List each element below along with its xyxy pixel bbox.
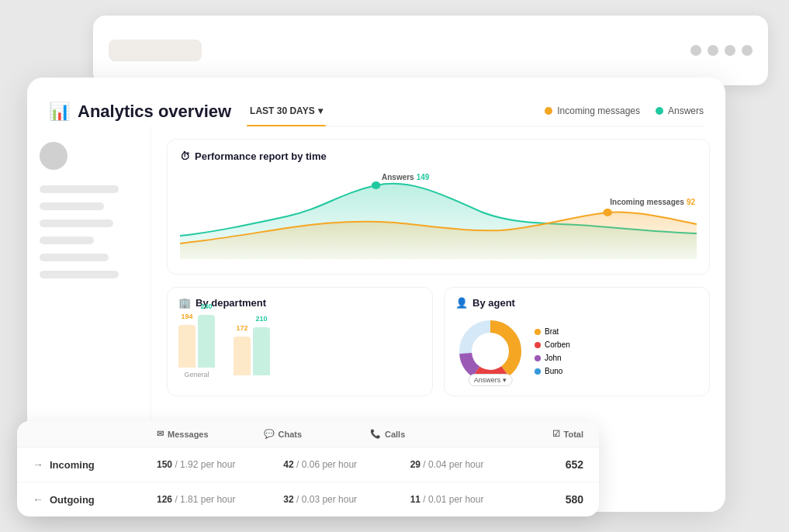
outgoing-calls-cell: 11 / 0.01 per hour bbox=[410, 494, 537, 505]
corben-label: Corben bbox=[545, 340, 570, 349]
chevron-down-icon: ▾ bbox=[503, 376, 507, 384]
incoming-peak-dot bbox=[603, 209, 611, 216]
answers-label: Answers bbox=[668, 105, 704, 116]
incoming-calls-cell: 29 / 0.04 per hour bbox=[410, 459, 537, 470]
incoming-chart-label: Incoming messages 92 bbox=[610, 198, 695, 206]
outgoing-arrow: ← bbox=[33, 493, 43, 506]
table-header: ✉ Messages 💬 Chats 📞 Calls ☑ Total bbox=[17, 421, 599, 447]
by-department-section: 🏢 By department 194 bbox=[167, 287, 433, 396]
browser-circle-3 bbox=[725, 45, 735, 56]
browser-controls bbox=[690, 45, 753, 56]
outgoing-total-cell: 580 bbox=[537, 493, 583, 506]
bar-orange-2-label: 172 bbox=[236, 324, 247, 332]
agent-content: Answers ▾ Brat bbox=[455, 316, 698, 386]
legend-answers: Answers bbox=[656, 105, 704, 116]
th-total: ☑ Total bbox=[477, 429, 584, 439]
analytics-icon: 📊 bbox=[49, 102, 70, 122]
calls-icon: 📞 bbox=[370, 429, 381, 439]
total-icon: ☑ bbox=[552, 429, 560, 439]
avatar bbox=[40, 142, 67, 170]
incoming-messages-cell: 150 / 1.92 per hour bbox=[157, 459, 283, 470]
john-dot bbox=[535, 355, 541, 361]
incoming-total-cell: 652 bbox=[537, 458, 583, 471]
bar-pair-1: 194 240 bbox=[178, 315, 215, 368]
chats-icon: 💬 bbox=[264, 429, 275, 439]
incoming-chats-cell: 42 / 0.06 per hour bbox=[283, 459, 410, 470]
bar-pair-2: 172 210 bbox=[234, 327, 270, 375]
tabs-legend-area: LAST 30 DAYS ▾ Incoming messages Answers bbox=[247, 96, 704, 126]
clock-icon: ⏱ bbox=[180, 150, 190, 162]
table-row-incoming: → Incoming 150 / 1.92 per hour 42 / 0.06… bbox=[17, 447, 599, 482]
agent-icon: 👤 bbox=[455, 297, 468, 309]
outgoing-chats-cell: 32 / 0.03 per hour bbox=[283, 494, 410, 505]
agent-item-john: John bbox=[535, 354, 570, 362]
sidebar-line-3 bbox=[40, 219, 113, 227]
bar-green-2: 210 bbox=[253, 327, 270, 375]
answers-peak-dot bbox=[372, 181, 380, 189]
bar-green-1-label: 240 bbox=[200, 302, 212, 310]
background-browser-card bbox=[93, 16, 768, 85]
sidebar-line-2 bbox=[40, 202, 104, 210]
tab-last-30-days[interactable]: LAST 30 DAYS ▾ bbox=[247, 96, 326, 126]
bar-green-1: 240 bbox=[198, 315, 215, 368]
card-header: 📊 Analytics overview LAST 30 DAYS ▾ Inco… bbox=[27, 78, 725, 126]
incoming-label: Incoming messages bbox=[557, 105, 640, 116]
dept-title: 🏢 By department bbox=[178, 297, 421, 309]
legend-incoming: Incoming messages bbox=[545, 105, 640, 116]
sidebar-line-5 bbox=[40, 254, 109, 261]
browser-circle-2 bbox=[708, 45, 718, 56]
answers-chart-label: Answers 149 bbox=[382, 173, 429, 181]
dept-icon: 🏢 bbox=[178, 297, 191, 309]
sidebar-line-6 bbox=[40, 271, 119, 278]
buno-dot bbox=[535, 368, 541, 375]
bar-green-1-wrap: 240 bbox=[198, 315, 215, 368]
donut-chart: Answers ▾ bbox=[455, 316, 525, 386]
performance-chart: Answers 149 Incoming messages 92 bbox=[180, 170, 697, 263]
bar-orange-1-label: 194 bbox=[181, 313, 192, 320]
th-calls: 📞 Calls bbox=[370, 429, 477, 439]
corben-dot bbox=[535, 342, 541, 348]
th-empty bbox=[33, 429, 157, 439]
dept-bar-chart: 194 240 General bbox=[178, 316, 421, 378]
agent-legend: Brat Corben John bbox=[535, 316, 570, 386]
chart-legend: Incoming messages Answers bbox=[545, 105, 704, 116]
sidebar-line-1 bbox=[40, 185, 119, 193]
url-bar bbox=[109, 40, 202, 61]
agent-title: 👤 By agent bbox=[455, 297, 698, 309]
bar-orange-1-wrap: 194 bbox=[178, 325, 196, 368]
agent-item-brat: Brat bbox=[535, 327, 570, 336]
outgoing-messages-cell: 126 / 1.81 per hour bbox=[157, 494, 283, 505]
brat-label: Brat bbox=[545, 327, 559, 336]
dept-group-1: 194 240 General bbox=[178, 315, 215, 378]
donut-dropdown[interactable]: Answers ▾ bbox=[469, 374, 513, 386]
agent-item-buno: Buno bbox=[535, 367, 570, 375]
browser-circle-4 bbox=[742, 45, 753, 56]
incoming-dot bbox=[545, 107, 552, 115]
agent-section-inner: 👤 By agent bbox=[455, 297, 698, 386]
agent-item-corben: Corben bbox=[535, 340, 570, 349]
th-messages: ✉ Messages bbox=[157, 429, 264, 439]
outgoing-row-label: ← Outgoing bbox=[33, 493, 157, 506]
answers-dot bbox=[656, 107, 663, 115]
browser-circle-1 bbox=[690, 45, 701, 56]
bar-orange-1: 194 bbox=[178, 325, 196, 368]
stats-table-card: ✉ Messages 💬 Chats 📞 Calls ☑ Total → Inc… bbox=[17, 421, 599, 516]
line-chart-svg bbox=[180, 170, 697, 259]
chevron-down-icon: ▾ bbox=[318, 105, 323, 116]
dept-name-1: General bbox=[184, 371, 209, 378]
bottom-row: 🏢 By department 194 bbox=[167, 287, 710, 396]
incoming-row-label: → Incoming bbox=[33, 458, 157, 471]
performance-title: ⏱ Performance report by time bbox=[180, 150, 697, 162]
incoming-arrow: → bbox=[33, 458, 43, 471]
title-area: 📊 Analytics overview bbox=[49, 102, 231, 122]
performance-section: ⏱ Performance report by time bbox=[167, 139, 710, 275]
table-row-outgoing: ← Outgoing 126 / 1.81 per hour 32 / 0.03… bbox=[17, 482, 599, 516]
bar-orange-2-wrap: 172 bbox=[234, 337, 251, 375]
brat-dot bbox=[535, 329, 541, 335]
sidebar-line-4 bbox=[40, 237, 94, 244]
page-title: Analytics overview bbox=[78, 102, 231, 122]
bar-orange-2: 172 bbox=[234, 337, 251, 375]
buno-label: Buno bbox=[545, 367, 562, 375]
bar-green-2-label: 210 bbox=[255, 315, 267, 323]
tab-label: LAST 30 DAYS bbox=[250, 105, 315, 116]
